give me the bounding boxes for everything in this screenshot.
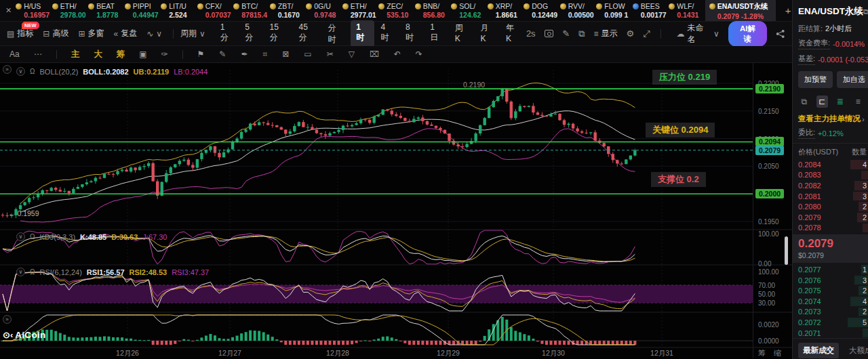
popout-icon[interactable]: ⧉ (863, 7, 868, 16)
timeframe-月K[interactable]: 月K (475, 20, 499, 47)
replay-button[interactable]: « 复盘 (113, 28, 137, 39)
support-annotation[interactable]: 支撑位 0.2 (651, 172, 706, 187)
timeframe-8时[interactable]: 8时 (400, 20, 423, 47)
measure-icon[interactable]: ⌗ (262, 49, 267, 59)
key-level-annotation[interactable]: 关键位 0.2094 (646, 123, 715, 138)
ticker-item[interactable]: H/US0.16957 (16, 0, 52, 21)
period-dropdown[interactable]: 周期 ∨ (180, 28, 205, 39)
depth-panel-icon[interactable]: ⊏ (816, 96, 829, 108)
axis-scrollbar[interactable] (785, 236, 788, 265)
panel-expand-icon[interactable]: » (3, 65, 12, 74)
trade-tab-最新成交[interactable]: 最新成交 (798, 343, 839, 358)
ticker-tab-active[interactable]: ENA/USDT永续 0.2079-1.28% (705, 0, 776, 22)
sound-button[interactable]: ∿ ∨ (146, 29, 162, 39)
fullscreen-icon[interactable]: ⤢ (643, 28, 650, 39)
orderbook-row-ask[interactable]: 0.20802 (793, 201, 868, 212)
collapse-icon[interactable]: ∨ (16, 232, 25, 241)
camera-icon[interactable] (545, 30, 554, 37)
add-symbol-button[interactable]: + (776, 5, 792, 16)
redo-icon[interactable]: ↷ (416, 49, 422, 59)
note-icon[interactable]: ✎ (219, 49, 226, 59)
ticker-item[interactable]: BEES0.00177 (633, 0, 669, 21)
ticker-item[interactable]: ZEC/535.10 (378, 0, 415, 21)
orderbook-row-ask[interactable]: 0.2078 (793, 223, 868, 234)
ticker-item[interactable]: PIPPI0.44947 (125, 0, 161, 21)
timeframe-45分[interactable]: 45分 (294, 20, 321, 47)
timeframe-4时[interactable]: 4时 (376, 20, 399, 47)
alert-bell-icon[interactable]: Ω (30, 68, 35, 75)
lock-icon[interactable]: ⊠ (282, 49, 289, 59)
orderbook-row-ask[interactable]: 0.20792 (793, 212, 868, 223)
more-button[interactable]: ⋯ (34, 49, 42, 59)
last-price-block[interactable]: 0.2079 $0.2079 (793, 234, 868, 263)
ticker-item[interactable]: BTC/87815.4 (233, 0, 270, 21)
chart-mode-主[interactable]: 主 (71, 49, 80, 60)
timeframe-周K[interactable]: 周K (450, 20, 474, 47)
pen-icon[interactable]: ✒ (241, 49, 248, 59)
grouped-list-icon[interactable]: ≣ (834, 96, 846, 108)
ticker-item[interactable]: XRP/1.8661 (488, 0, 524, 21)
add-watchlist-button[interactable]: 加自选 (837, 71, 868, 88)
main-orders-link[interactable]: 查看主力挂单情况 › (793, 111, 868, 125)
orderbook-row-bid[interactable]: 0.20732 (793, 307, 868, 318)
layout-name-dropdown[interactable]: ☁ 未命名 ∨ (677, 22, 719, 45)
flag-icon[interactable]: ⚑ (197, 49, 205, 59)
timeframe-5分[interactable]: 5分 (239, 20, 262, 47)
delete-icon[interactable]: ⌧ (370, 49, 379, 59)
ticker-item[interactable]: BNB/856.80 (415, 0, 452, 21)
font-button[interactable]: Aa (9, 49, 20, 59)
attach-icon[interactable]: ✂ (327, 49, 334, 59)
ticker-item[interactable]: RVV/0.00500 (560, 0, 597, 21)
price-axis[interactable]: 0.22000.21500.21000.20500.1950100.000.00… (753, 63, 792, 358)
ticker-item[interactable]: CFX/0.07037 (197, 0, 234, 21)
orderbook-row-bid[interactable]: 0.20771 (793, 264, 868, 275)
collapse-icon[interactable]: ∨ (16, 268, 25, 276)
corner-tool-缩[interactable]: 缩 (774, 348, 781, 358)
orderbook-row-bid[interactable]: 0.20744 (793, 296, 868, 307)
ticker-item[interactable]: BEAT1.8778 (88, 0, 125, 21)
ticker-item[interactable]: 0G/U0.9748 (306, 0, 342, 21)
indicator-button[interactable]: ▤ 指标 NEW (7, 28, 33, 39)
speed-label[interactable]: 2s (526, 28, 536, 39)
ai-analysis-button[interactable]: AI解读 (728, 21, 768, 47)
add-alert-button[interactable]: 加预警 (798, 71, 833, 88)
ticker-item[interactable]: ETH/2978.00 (52, 0, 89, 21)
ticker-item[interactable]: ETH/2977.01 (342, 0, 379, 21)
filter-icon[interactable]: ▽ (349, 49, 355, 59)
chart-mode-大[interactable]: 大 (94, 49, 102, 60)
orderbook-row-bid[interactable]: 0.2071 (793, 328, 868, 339)
candlestick-chart[interactable] (0, 63, 792, 358)
orderbook-row-bid[interactable]: 0.20752 (793, 285, 868, 296)
orderbook-row-ask[interactable]: 0.20813 (793, 191, 868, 202)
display-button[interactable]: ≡ 显示 (594, 28, 618, 39)
collapse-icon[interactable]: ∨ (16, 67, 25, 76)
timeframe-年K[interactable]: 年K (500, 20, 525, 47)
orderbook-row-bid[interactable]: 0.20763 (793, 275, 868, 286)
orderbook-row-ask[interactable]: 0.20823 (793, 180, 868, 191)
timeframe-1日[interactable]: 1日 (425, 20, 448, 47)
panel-expand-icon[interactable]: » (3, 315, 12, 324)
resistance-annotation[interactable]: 压力位 0.219 (652, 70, 717, 85)
gear-icon[interactable]: ⚙ (627, 28, 635, 39)
ticker-item[interactable]: SOL/124.62 (451, 0, 488, 21)
alert-bell-icon[interactable]: Ω (30, 233, 35, 240)
ticker-item[interactable]: ZBT/0.1670 (270, 0, 307, 21)
edit-icon[interactable]: ✎ (562, 28, 570, 39)
timeframe-15分[interactable]: 15分 (264, 20, 292, 47)
export-icon[interactable]: ⧉ (578, 28, 585, 39)
edit-kline-icon[interactable]: ▣ (139, 49, 146, 59)
ticker-item[interactable]: FLOW0.099 1 (596, 0, 633, 21)
textbox-icon[interactable]: ▭ (304, 49, 311, 59)
ticker-item[interactable]: DOG0.12449 (524, 0, 560, 21)
timeframe-分时[interactable]: 分时 (323, 20, 350, 47)
timeframe-1分[interactable]: 1分 (215, 20, 238, 47)
undo-icon[interactable]: ↶ (394, 49, 401, 59)
ticker-item[interactable]: WLF/0.1431 (669, 0, 705, 21)
orderbook-panel-icon[interactable]: ⧉ (798, 96, 810, 108)
ticker-item[interactable]: LIT/U2.524 (161, 0, 197, 21)
list-panel-icon[interactable]: ≡ (852, 96, 865, 108)
chart-region[interactable]: » » ∨ Ω BOLL(20,2) BOLL:0.2082 UB:0.2119… (0, 63, 792, 358)
alert-bell-icon[interactable]: Ω (30, 268, 35, 276)
trade-tab-大额成交[interactable]: 大额成交 (844, 343, 868, 358)
multiwindow-button[interactable]: ⊞ 多窗 (78, 28, 104, 39)
